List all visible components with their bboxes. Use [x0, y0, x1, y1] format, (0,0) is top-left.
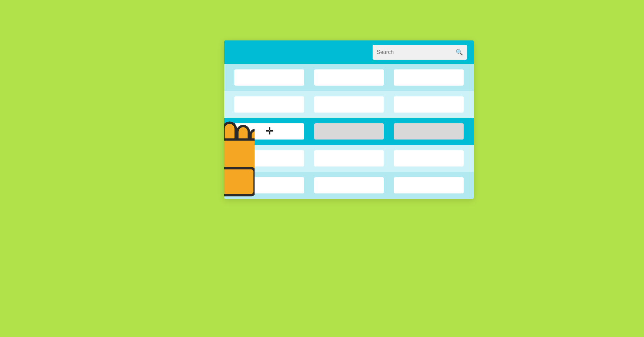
- table-row[interactable]: [224, 172, 474, 199]
- table-row-selected[interactable]: ✛: [224, 118, 474, 145]
- search-icon: 🔍: [456, 49, 463, 56]
- table-cell: [394, 177, 464, 193]
- search-input[interactable]: [377, 49, 453, 55]
- scene: 🔍 ✛: [170, 40, 474, 297]
- table-cell: [314, 177, 384, 193]
- svg-rect-6: [224, 168, 255, 195]
- table-cell: [234, 69, 304, 86]
- table-cell: [394, 96, 464, 113]
- table-cell-dragging: [394, 123, 464, 140]
- table-row[interactable]: [224, 64, 474, 91]
- table-cell-dragging: [314, 123, 384, 140]
- move-icon: ✛: [265, 127, 273, 136]
- table-container: 🔍 ✛: [224, 40, 474, 199]
- table-cell: [394, 150, 464, 166]
- table-header: 🔍: [224, 40, 474, 64]
- table-cell: [314, 69, 384, 86]
- table-row[interactable]: [224, 145, 474, 172]
- hand-cursor-icon: [224, 109, 255, 199]
- table-row[interactable]: [224, 91, 474, 118]
- table-body: ✛: [224, 64, 474, 199]
- table-cell-drag-handle[interactable]: ✛: [234, 123, 304, 140]
- search-box[interactable]: 🔍: [373, 45, 467, 60]
- table-cell: [314, 150, 384, 166]
- table-cell: [394, 69, 464, 86]
- table-cell: [314, 96, 384, 113]
